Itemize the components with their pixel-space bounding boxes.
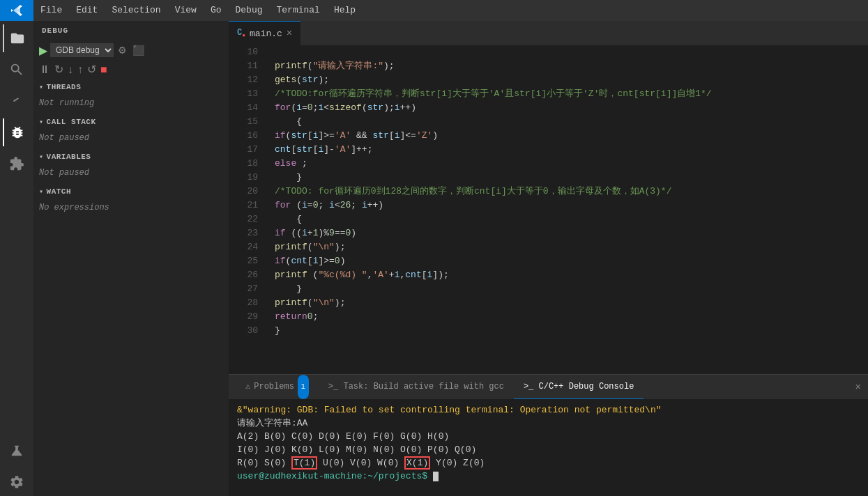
threads-chevron: ▾ [39, 83, 44, 91]
code-line[interactable]: } [275, 324, 868, 338]
watch-status: No expressions [39, 203, 109, 212]
step-over-button[interactable]: ↻ [54, 63, 63, 76]
terminal-line-5: R(0) S(0) T(1) U(0) V(0) W(0) X(1) Y(0) … [237, 456, 860, 470]
line-number: 21 [244, 199, 258, 212]
code-editor[interactable]: 1011121314151617181920212223242526272829… [229, 45, 868, 374]
line-number: 10 [244, 45, 258, 59]
variables-section-header[interactable]: ▾ VARIABLES [33, 148, 229, 165]
variables-label: VARIABLES [47, 153, 91, 161]
debug-config-select[interactable]: GDB debug [50, 43, 114, 57]
code-line[interactable]: { [275, 212, 868, 226]
code-line[interactable] [275, 45, 868, 59]
code-line[interactable]: gets(str); [275, 73, 868, 87]
call-stack-status: Not paused [39, 133, 89, 143]
menu-view[interactable]: View [168, 0, 204, 21]
line-number: 19 [244, 171, 258, 185]
line-number: 26 [244, 268, 258, 282]
line-number: 20 [244, 185, 258, 199]
cursor [433, 472, 439, 481]
code-line[interactable]: printf("请输入字符串:"); [275, 59, 868, 73]
debug-open-button[interactable]: ⬛ [131, 43, 146, 57]
line-number: 27 [244, 282, 258, 296]
problems-icon: ⚠ [245, 375, 250, 399]
code-line[interactable]: for (i=0; i<26; i++) [275, 199, 868, 212]
code-line[interactable]: /*TODO: for循环遍历0到128之间的数字，判断cnt[i]大于等于0，… [275, 185, 868, 199]
settings-icon[interactable] [3, 468, 31, 496]
line-number: 15 [244, 115, 258, 129]
stop-button[interactable]: ■ [100, 63, 107, 76]
search-icon[interactable] [3, 56, 31, 84]
menu-go[interactable]: Go [204, 0, 229, 21]
call-stack-section-header[interactable]: ▾ CALL STACK [33, 114, 229, 130]
tab-bar: C● main.c × [229, 21, 868, 45]
menu-selection[interactable]: Selection [105, 0, 167, 21]
tab-filename: main.c [250, 29, 282, 39]
watch-section-header[interactable]: ▾ WATCH [33, 183, 229, 200]
line-number: 29 [244, 310, 258, 324]
line-number: 11 [244, 59, 258, 73]
debug-controls: ⏸ ↻ ↓ ↑ ↺ ■ [33, 60, 229, 79]
threads-section-header[interactable]: ▾ THREADS [33, 79, 229, 95]
step-into-button[interactable]: ↓ [68, 63, 73, 76]
menu-bar: File Edit Selection View Go Debug Termin… [0, 0, 868, 21]
panel-tab-debug-console[interactable]: >_ C/C++ Debug Console [514, 375, 644, 399]
explorer-icon[interactable] [3, 24, 31, 52]
code-line[interactable]: if(cnt[i]>=0) [275, 254, 868, 268]
line-number: 12 [244, 73, 258, 87]
debug-toolbar: ▶ GDB debug ⚙ ⬛ [33, 40, 229, 60]
line-number: 14 [244, 101, 258, 115]
code-line[interactable]: return 0; [275, 310, 868, 324]
code-line[interactable]: { [275, 115, 868, 129]
c-file-icon: C● [237, 28, 245, 38]
restart-button[interactable]: ↺ [87, 63, 96, 76]
terminal-line-1: &"warning: GDB: Failed to set controllin… [237, 403, 860, 417]
extensions-icon[interactable] [3, 150, 31, 178]
menu-terminal[interactable]: Terminal [270, 0, 327, 21]
debug-settings-button[interactable]: ⚙ [116, 43, 128, 57]
code-line[interactable]: } [275, 282, 868, 296]
panel-tab-problems[interactable]: ⚠ Problems 1 [236, 375, 319, 399]
code-line[interactable]: if(str[i]>='A' && str[i]<='Z') [275, 129, 868, 143]
menu-edit[interactable]: Edit [69, 0, 105, 21]
code-line[interactable]: for(i=0;i<sizeof(str);i++) [275, 101, 868, 115]
bottom-panel: ⚠ Problems 1 >_ Task: Build active file … [229, 374, 868, 496]
main-content: DEBUG ▶ GDB debug ⚙ ⬛ ⏸ ↻ ↓ ↑ ↺ ■ ▾ THRE… [0, 21, 868, 496]
file-tab[interactable]: C● main.c × [229, 21, 300, 45]
source-control-icon[interactable] [3, 87, 31, 115]
code-line[interactable]: printf("\n"); [275, 296, 868, 310]
highlighted-x: X(1) [404, 456, 430, 470]
debug-icon[interactable] [3, 118, 31, 146]
highlighted-t: T(1) [291, 456, 317, 470]
activity-bar [0, 21, 33, 496]
tab-close-button[interactable]: × [287, 28, 292, 39]
pause-button[interactable]: ⏸ [39, 63, 50, 76]
terminal-content[interactable]: &"warning: GDB: Failed to set controllin… [229, 399, 868, 496]
line-number: 22 [244, 212, 258, 226]
menu-help[interactable]: Help [327, 0, 363, 21]
terminal-line-4: I(0) J(0) K(0) L(0) M(0) N(0) O(0) P(0) … [237, 443, 860, 456]
code-line[interactable]: cnt[str[i]-'A']++; [275, 143, 868, 157]
variables-status: Not paused [39, 168, 89, 178]
call-stack-label: CALL STACK [47, 118, 96, 126]
line-number: 23 [244, 226, 258, 240]
threads-content: Not running [33, 95, 229, 114]
step-out-button[interactable]: ↑ [77, 63, 83, 76]
code-line[interactable]: printf("\n"); [275, 240, 868, 254]
panel-tab-task[interactable]: >_ Task: Build active file with gcc [319, 375, 514, 399]
code-line[interactable]: } [275, 171, 868, 185]
menu-debug[interactable]: Debug [228, 0, 269, 21]
code-line[interactable]: /*TODO:for循环遍历字符串，判断str[i]大于等于'A'且str[i]… [275, 87, 868, 101]
app-logo [0, 0, 33, 21]
panel-close-button[interactable]: × [855, 382, 861, 393]
code-line[interactable]: printf ("%c(%d) ",'A'+i,cnt[i]); [275, 268, 868, 282]
code-line[interactable]: if ((i+1)%9==0) [275, 226, 868, 240]
terminal-line-2: 请输入字符串:AA [237, 417, 860, 430]
code-content[interactable]: printf("请输入字符串:"); gets(str); /*TODO:for… [264, 45, 868, 374]
sidebar-title: DEBUG [33, 21, 229, 40]
test-icon[interactable] [3, 437, 31, 465]
menu-file[interactable]: File [33, 0, 69, 21]
line-number: 25 [244, 254, 258, 268]
debug-play-button[interactable]: ▶ [39, 44, 47, 57]
code-line[interactable]: else ; [275, 157, 868, 171]
call-stack-content: Not paused [33, 130, 229, 148]
